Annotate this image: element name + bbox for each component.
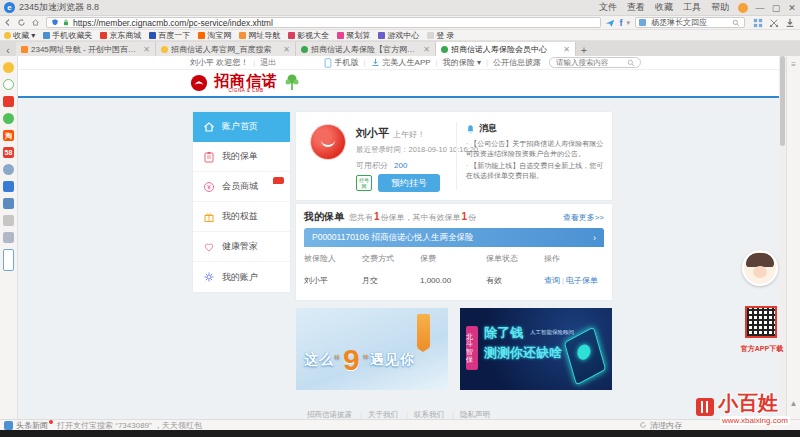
points-value[interactable]: 200 [394,161,407,170]
logout-link[interactable]: 退出 [260,57,276,68]
sidebar-item-health[interactable]: 健康管家 [193,232,290,262]
footer-link-privacy[interactable]: 隐私声明 [446,410,490,419]
sidebar-item-benefits[interactable]: 我的权益 [193,202,290,232]
mobile-version-link[interactable]: 手机版 [335,57,359,68]
sidebar-item-home[interactable]: 账户首页 [193,112,290,142]
banner-meet-you[interactable]: 这么 “ 9 ” 遇见你 [296,308,448,390]
game-favicon-icon [378,32,385,39]
close-button[interactable]: ✕ [784,3,800,13]
sidebar-item-account[interactable]: 我的账户 [193,262,290,292]
footer-link-disclosure[interactable]: 招商信诺披露 [307,410,352,419]
message-item[interactable]: 【公司公告】关于招商信诺人寿保险有限公司投资连结保险投资账户合并的公告。 [466,139,604,159]
menu-view[interactable]: 查看 [622,1,650,14]
user-panel-icon[interactable] [3,198,14,209]
jd-favicon-icon [100,32,107,39]
bookmark-item[interactable]: 登 录 [423,30,458,41]
app-download-icon [371,58,380,67]
disclosure-link[interactable]: 公开信息披露 [493,57,541,68]
menu-favorites[interactable]: 收藏 [650,1,678,14]
promo-vertical-icon[interactable] [3,249,14,271]
policy-table: 被保险人交费方式保费保单状态操作 刘小平 月交 1,000.00 有效 查询|电… [304,247,604,291]
bookmark-item[interactable]: 百度一下 [145,30,194,41]
site-search-box[interactable] [549,57,641,68]
chevron-down-icon[interactable]: ▾ [626,19,630,27]
wechat-icon[interactable] [3,113,14,124]
share-icon[interactable] [605,18,615,28]
site-header: 招商信诺 CIGNA & CMB [18,70,779,98]
tab-scroll-left-icon[interactable]: ‹ [0,45,16,56]
lock-icon [62,18,70,27]
footer-link-contact[interactable]: 联系我们 [400,410,444,419]
site-search-input[interactable] [554,57,624,68]
bookmark-item[interactable]: 游戏中心 [374,30,423,41]
perfect-life-app-link[interactable]: 完美人生APP [383,57,431,68]
tab-member-center[interactable]: 招商信诺人寿保险会员中心✕ [436,42,576,56]
appointment-button[interactable]: 预约挂号 [378,174,440,192]
query-link[interactable]: 查询 [544,276,560,285]
panel-collapse-icon[interactable]: ≡ [787,60,800,69]
policy-bar[interactable]: P00001170106 招商信诺心悦人生两全保险 › [304,228,604,247]
note-icon[interactable] [3,215,14,226]
bookmark-item[interactable]: 手机收藏夹 [39,30,96,41]
sidebar-item-mall[interactable]: 会员商城 [193,172,290,202]
site-logo[interactable]: 招商信诺 CIGNA & CMB [214,73,278,93]
scrollbar-thumb[interactable] [780,56,785,146]
58-icon[interactable]: 58 [3,147,14,158]
url-field[interactable]: https://member.cignacmb.com/pc-service/i… [46,17,601,28]
tab-favicon-icon [301,46,308,53]
tab-2345-nav[interactable]: 2345网址导航 - 开创中国百年…✕ [16,42,156,56]
bookmark-item[interactable]: 聚划算 [333,30,374,41]
refresh-icon[interactable] [14,18,28,27]
reward-icon[interactable] [738,3,748,13]
hot-search-icon [639,19,646,26]
game-icon[interactable] [3,164,14,175]
toutiao-news-link[interactable]: 头条新闻 [16,420,48,431]
favorites-star-icon[interactable] [3,62,14,73]
download-icon[interactable] [785,18,795,28]
minimize-button[interactable]: — [752,3,768,13]
back-icon[interactable] [0,18,14,27]
browser-search-input[interactable] [649,17,729,28]
insured-name: 刘小平 [304,275,362,286]
footer-link-about[interactable]: 关于我们 [354,410,398,419]
home-icon[interactable] [28,18,42,27]
bookmark-item[interactable]: 影视大全 [284,30,333,41]
menu-help[interactable]: 帮助 [706,1,734,14]
search-icon[interactable] [732,19,740,27]
browser-search-box[interactable] [635,17,745,28]
toutiao-icon[interactable] [3,96,14,107]
tab-baidu-search[interactable]: 招商信诺人寿官网_百度搜索✕ [156,42,296,56]
video-icon[interactable] [3,181,14,192]
bookmark-item[interactable]: 网址导航 [235,30,284,41]
apps-grid-icon[interactable] [753,18,763,28]
history-clock-icon[interactable] [3,79,14,90]
banner-ai-advisor[interactable]: 北斗智保 除了钱 人工智能保险顾问 测测你还缺啥 [460,308,612,390]
e-policy-link[interactable]: 电子保单 [566,276,598,285]
taobao-icon[interactable]: 淘 [3,130,14,141]
clean-memory-button[interactable]: 清理内存 [639,420,682,431]
windows-taskbar[interactable] [0,430,800,437]
maximize-button[interactable]: ▢ [768,3,784,13]
view-more-link[interactable]: 查看更多>> [563,212,604,223]
menu-tools[interactable]: 工具 [678,1,706,14]
reader-icon[interactable] [3,232,14,243]
tab-close-icon[interactable]: ✕ [283,45,290,54]
menu-file[interactable]: 文件 [594,1,622,14]
sidebar-item-policies[interactable]: 我的保单 [193,142,290,172]
scissors-icon[interactable] [769,18,779,28]
tab-close-icon[interactable]: ✕ [143,45,150,54]
search-icon[interactable] [627,59,635,67]
bookmarks-menu[interactable]: 收藏 ▾ [0,30,39,41]
message-item[interactable]: 【新功能上线】自选交费日全新上线，您可在线选择保单交费日期。 [466,161,604,181]
bookmark-item[interactable]: 淘宝网 [194,30,235,41]
tab-cigna-official[interactable]: 招商信诺人寿保险【官方网站…✕ [296,42,436,56]
cigna-tree-icon [284,73,300,93]
tab-close-icon[interactable]: ✕ [423,45,430,54]
my-insurance-menu[interactable]: 我的保险 ▾ [443,57,481,68]
new-tab-button[interactable]: + [576,45,592,56]
user-avatar[interactable] [310,124,346,160]
favorites-f-icon[interactable]: f [615,18,626,28]
big-nine: 9 [343,348,361,372]
tab-close-icon[interactable]: ✕ [563,45,570,54]
bookmark-item[interactable]: 京东商城 [96,30,145,41]
